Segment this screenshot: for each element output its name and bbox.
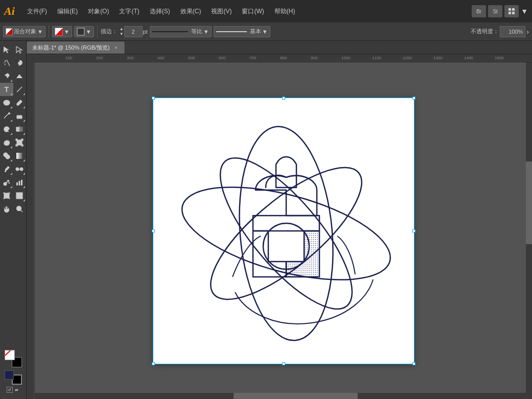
tool-arrow (23, 186, 25, 188)
menu-select[interactable]: 选择(S) (146, 5, 174, 18)
tool-arrow (10, 159, 12, 161)
shape-builder-tool[interactable] (0, 149, 13, 162)
tool-row-13 (0, 202, 26, 216)
zoom-tool[interactable] (13, 202, 27, 216)
slice-tool[interactable] (13, 189, 27, 202)
svg-text:500: 500 (188, 56, 195, 60)
divider-2 (97, 26, 98, 38)
eraser-tool[interactable] (13, 109, 27, 123)
artboard-tool[interactable] (0, 189, 13, 202)
menu-effect[interactable]: 效果(C) (176, 5, 205, 18)
swap-color-button[interactable]: ⇄ (14, 387, 20, 393)
svg-point-31 (20, 168, 23, 171)
selection-tool[interactable] (0, 43, 13, 56)
svg-point-74 (231, 122, 341, 344)
divider-1 (49, 26, 49, 38)
handle-top-center[interactable] (282, 97, 285, 100)
svg-rect-29 (5, 171, 6, 172)
stroke-fill-indicator[interactable] (5, 369, 22, 385)
object-type-selector[interactable]: 混合对象 ▼ (3, 26, 45, 37)
variable-width-dropdown[interactable]: 基本 ▼ (214, 26, 270, 37)
svg-text:800: 800 (280, 56, 287, 60)
menu-object[interactable]: 对象(O) (84, 5, 113, 18)
tool-arrow (23, 120, 25, 122)
menu-edit[interactable]: 编辑(E) (53, 5, 82, 18)
opacity-section: 不透明度： › (471, 26, 529, 37)
symbol-sprayer-tool[interactable] (0, 176, 13, 189)
graph-tool[interactable] (13, 176, 27, 189)
menu-help[interactable]: 帮助(H) (270, 5, 299, 18)
opacity-input[interactable] (500, 26, 525, 37)
gradient-tool[interactable] (13, 149, 27, 162)
line-segment-tool[interactable] (13, 83, 27, 96)
handle-bottom-center[interactable] (282, 362, 285, 365)
free-transform-tool[interactable] (13, 136, 27, 149)
svg-rect-17 (16, 127, 19, 131)
handle-top-right[interactable] (412, 97, 415, 100)
rotate-tool[interactable] (0, 123, 13, 136)
opacity-more-button[interactable]: › (526, 28, 529, 36)
hand-tool[interactable] (0, 202, 13, 216)
bridge-button[interactable]: Br (472, 5, 486, 17)
svg-point-35 (6, 182, 7, 183)
stroke-width-input[interactable] (124, 26, 143, 37)
toolbar: 混合对象 ▼ ▼ ▼ 描边： ▲ ▼ pt 等比 ▼ 基本 ▼ 不透明度： (0, 22, 532, 41)
handle-middle-left[interactable] (152, 229, 155, 232)
color-controls: ↺ ⇄ (7, 387, 20, 393)
svg-text:900: 900 (311, 56, 318, 60)
curvature-tool[interactable] (13, 69, 27, 83)
tool-row-7 (0, 123, 26, 136)
menu-view[interactable]: 视图(V) (207, 5, 236, 18)
svg-text:400: 400 (157, 56, 165, 60)
tool-row-1 (0, 43, 26, 56)
handle-middle-right[interactable] (412, 229, 415, 232)
reset-color-button[interactable]: ↺ (7, 387, 13, 393)
ruler-corner (27, 54, 35, 62)
scrollbar-v-thumb[interactable] (526, 161, 532, 244)
fill-color-selector[interactable]: ▼ (52, 26, 72, 37)
menu-text[interactable]: 文字(T) (115, 5, 143, 18)
workspace-switcher[interactable] (504, 5, 519, 17)
tool-row-6 (0, 109, 26, 123)
magic-wand-tool[interactable] (0, 56, 13, 69)
document-tab[interactable]: 未标题-1* @ 150% (RGB/预览) × (27, 41, 125, 54)
menu-file[interactable]: 文件(F) (23, 5, 51, 18)
scrollbar-horizontal[interactable] (35, 393, 532, 399)
svg-text:1500: 1500 (495, 56, 504, 60)
tool-arrow (10, 93, 12, 95)
svg-rect-37 (16, 182, 18, 185)
stroke-color-selector[interactable]: ▼ (74, 26, 94, 37)
scrollbar-h-thumb[interactable] (234, 393, 358, 399)
stroke-width-spinner[interactable]: ▲ ▼ (120, 27, 124, 37)
workspace-arrow[interactable]: ▼ (521, 7, 528, 15)
color-swatches[interactable] (5, 350, 22, 367)
pen-tool[interactable] (0, 69, 13, 83)
reflect-tool[interactable] (13, 123, 27, 136)
lasso-tool[interactable] (13, 56, 27, 69)
ellipse-tool[interactable] (0, 96, 13, 109)
type-tool[interactable]: T (0, 83, 13, 96)
svg-point-30 (16, 168, 19, 171)
svg-rect-28 (16, 153, 22, 159)
svg-rect-18 (20, 127, 22, 131)
eyedropper-tool[interactable] (0, 162, 13, 176)
svg-rect-39 (21, 180, 22, 185)
handle-bottom-right[interactable] (412, 362, 415, 365)
blend-tool[interactable] (13, 162, 27, 176)
paintbrush-tool[interactable] (13, 96, 27, 109)
handle-bottom-left[interactable] (152, 362, 155, 365)
handle-top-left[interactable] (152, 97, 155, 100)
foreground-color-swatch[interactable] (5, 350, 15, 360)
object-type-label: 混合对象 (14, 28, 36, 35)
svg-line-7 (5, 64, 6, 65)
menu-window[interactable]: 窗口(W) (238, 5, 268, 18)
stock-button[interactable]: St (488, 5, 502, 17)
direct-selection-tool[interactable] (13, 43, 27, 56)
warp-tool[interactable] (0, 136, 13, 149)
pencil-tool[interactable] (0, 109, 13, 123)
scrollbar-vertical[interactable] (526, 62, 532, 393)
svg-rect-23 (21, 139, 23, 140)
canvas-area[interactable]: 100 200 300 400 500 600 700 800 900 1000… (27, 54, 532, 399)
tab-close-button[interactable]: × (113, 45, 119, 51)
stroke-style-dropdown[interactable]: 等比 ▼ (150, 26, 212, 37)
